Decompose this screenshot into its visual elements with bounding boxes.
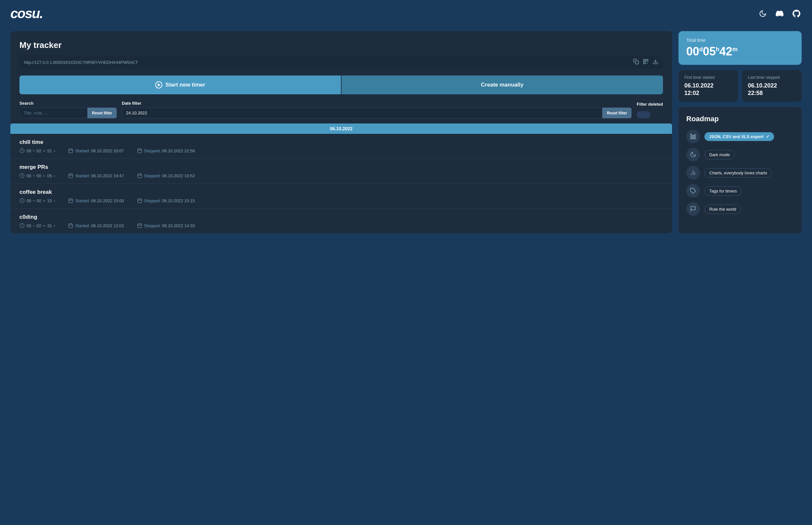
total-time-value: 00d05h42m bbox=[686, 45, 794, 58]
qr-icon[interactable] bbox=[643, 59, 649, 66]
calendar-icon bbox=[137, 173, 142, 178]
copy-icon[interactable] bbox=[633, 59, 639, 66]
stats-row: First timer started 06.10.2022 12:02 Las… bbox=[678, 70, 802, 102]
clock-icon bbox=[19, 173, 25, 178]
filter-deleted-toggle[interactable] bbox=[637, 111, 650, 118]
timer-stopped: Stopped: 06.10.2022 15:15 bbox=[137, 198, 195, 203]
timer-meta: 00h02m31s Started: 06.10.2022 12:02 Stop… bbox=[19, 223, 663, 228]
timer-item[interactable]: merge PRs 00h00m05s Started: 06.10.2022 … bbox=[10, 159, 672, 184]
chart-bar-icon bbox=[686, 130, 700, 143]
date-filter-group: Date filter Reset filter bbox=[122, 101, 631, 118]
roadmap-item-world[interactable]: Rule the world bbox=[686, 202, 794, 216]
first-timer-card: First timer started 06.10.2022 12:02 bbox=[678, 70, 738, 102]
first-timer-date: 06.10.2022 bbox=[684, 82, 732, 89]
header-icons bbox=[757, 9, 802, 19]
create-manually-button[interactable]: Create manually bbox=[341, 75, 663, 94]
timer-started: Started: 06.10.2022 20:07 bbox=[68, 148, 124, 153]
last-timer-time: 22:58 bbox=[748, 90, 796, 96]
search-input[interactable] bbox=[19, 108, 88, 118]
timer-meta: 00h00m15s Started: 06.10.2022 15:00 Stop… bbox=[19, 198, 663, 203]
date-input[interactable] bbox=[122, 108, 602, 118]
filter-deleted-group: Filter deleted bbox=[637, 102, 663, 118]
svg-rect-3 bbox=[644, 62, 645, 64]
timer-item[interactable]: c0ding 00h02m31s Started: 06.10.2022 12:… bbox=[10, 209, 672, 233]
date-filter-label: Date filter bbox=[122, 101, 631, 106]
timer-duration: 00h02m51s bbox=[19, 148, 55, 153]
flag-icon bbox=[686, 202, 700, 216]
timer-list: chill time 00h02m51s Started: 06.10.2022… bbox=[10, 134, 672, 233]
search-input-row: Reset filter bbox=[19, 108, 117, 118]
moon-roadmap-icon bbox=[686, 148, 700, 161]
calendar-icon bbox=[68, 148, 73, 153]
header: cosu. bbox=[0, 0, 812, 27]
roadmap-item-darkmode[interactable]: Dark mode bbox=[686, 148, 794, 161]
timer-stopped: Stopped: 06.10.2022 22:58 bbox=[137, 148, 195, 153]
total-time-card: Total time 00d05h42m bbox=[678, 31, 802, 65]
timer-meta: 00h00m05s Started: 06.10.2022 19:47 Stop… bbox=[19, 173, 663, 178]
date-group-header: 06.10.2022 bbox=[10, 123, 672, 134]
roadmap-badge-tags: Tags for timers bbox=[704, 186, 742, 196]
svg-rect-48 bbox=[691, 134, 692, 139]
timer-name: merge PRs bbox=[19, 164, 663, 170]
discord-icon[interactable] bbox=[775, 9, 785, 19]
timer-stopped: Stopped: 06.10.2022 14:33 bbox=[137, 223, 195, 228]
timer-duration: 00h00m05s bbox=[19, 173, 55, 178]
timer-item[interactable]: coffee break 00h00m15s Started: 06.10.20… bbox=[10, 184, 672, 209]
svg-rect-40 bbox=[69, 224, 73, 228]
filters-row: Search Reset filter Date filter Reset fi… bbox=[19, 101, 663, 118]
left-panel: My tracker http://127.0.0.1:8000/t/01GD3… bbox=[10, 31, 672, 233]
svg-rect-13 bbox=[69, 149, 73, 153]
search-reset-button[interactable]: Reset filter bbox=[88, 108, 117, 118]
roadmap-item-export[interactable]: JSON, CSV and XLS export ✓ bbox=[686, 130, 794, 143]
download-icon[interactable] bbox=[653, 59, 658, 66]
timer-meta: 00h02m51s Started: 06.10.2022 20:07 Stop… bbox=[19, 148, 663, 153]
roadmap-item-tags[interactable]: Tags for timers bbox=[686, 184, 794, 198]
clock-icon bbox=[19, 148, 25, 153]
github-icon[interactable] bbox=[791, 9, 802, 19]
total-time-label: Total time bbox=[686, 38, 794, 43]
svg-rect-49 bbox=[692, 135, 693, 139]
roadmap-item-charts[interactable]: Charts, everybody loves charts bbox=[686, 166, 794, 180]
start-timer-button[interactable]: Start new timer bbox=[19, 75, 341, 94]
first-timer-time: 12:02 bbox=[684, 90, 732, 96]
date-input-row: Reset filter bbox=[122, 108, 631, 118]
first-timer-label: First timer started bbox=[684, 75, 732, 80]
calendar-icon bbox=[68, 173, 73, 178]
date-reset-button[interactable]: Reset filter bbox=[602, 108, 631, 118]
moon-icon[interactable] bbox=[757, 9, 768, 19]
tag-icon bbox=[686, 184, 700, 198]
timer-started: Started: 06.10.2022 15:00 bbox=[68, 198, 124, 203]
search-label: Search bbox=[19, 101, 117, 106]
svg-rect-44 bbox=[138, 224, 142, 228]
tracker-url: http://127.0.0.1:8000/t/01GD3CY8R90YVHED… bbox=[24, 60, 633, 65]
svg-rect-0 bbox=[635, 61, 639, 64]
svg-rect-26 bbox=[138, 174, 142, 178]
svg-rect-17 bbox=[138, 149, 142, 153]
chart-icon bbox=[686, 166, 700, 180]
play-triangle-icon bbox=[158, 83, 160, 87]
calendar-icon bbox=[137, 198, 142, 203]
roadmap-badge-done: JSON, CSV and XLS export ✓ bbox=[704, 132, 774, 141]
clock-icon bbox=[19, 198, 25, 203]
calendar-icon bbox=[68, 198, 73, 203]
filter-deleted-label: Filter deleted bbox=[637, 102, 663, 109]
main-content: My tracker http://127.0.0.1:8000/t/01GD3… bbox=[0, 27, 812, 244]
timer-started: Started: 06.10.2022 19:47 bbox=[68, 173, 124, 178]
logo: cosu. bbox=[10, 6, 43, 21]
calendar-icon bbox=[137, 148, 142, 153]
svg-rect-2 bbox=[646, 59, 648, 61]
timer-stopped: Stopped: 06.10.2022 19:52 bbox=[137, 173, 195, 178]
calendar-icon bbox=[68, 223, 73, 228]
last-timer-card: Last timer stopped 06.10.2022 22:58 bbox=[742, 70, 802, 102]
timer-duration: 00h02m31s bbox=[19, 223, 55, 228]
last-timer-label: Last timer stopped bbox=[748, 75, 796, 80]
timer-name: coffee break bbox=[19, 189, 663, 195]
timer-item[interactable]: chill time 00h02m51s Started: 06.10.2022… bbox=[10, 134, 672, 159]
last-timer-date: 06.10.2022 bbox=[748, 82, 796, 89]
roadmap-badge-charts: Charts, everybody loves charts bbox=[704, 168, 772, 178]
calendar-icon bbox=[137, 223, 142, 228]
roadmap-badge-world: Rule the world bbox=[704, 205, 741, 214]
svg-rect-50 bbox=[694, 135, 695, 139]
clock-icon bbox=[19, 223, 25, 228]
timer-name: chill time bbox=[19, 139, 663, 146]
